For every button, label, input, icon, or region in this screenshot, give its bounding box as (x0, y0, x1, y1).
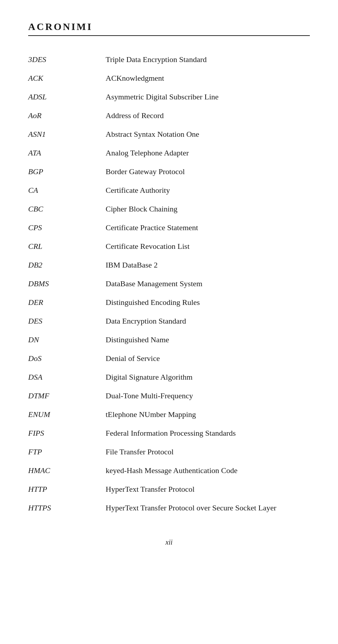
table-row: 3DESTriple Data Encryption Standard (28, 50, 310, 69)
acronym-definition: tElephone NUmber Mapping (106, 405, 310, 424)
page-title: ACRONIMI (28, 21, 310, 32)
acronym-definition: Address of Record (106, 106, 310, 125)
acronym-abbr: DBMS (28, 274, 106, 293)
acronym-definition: HyperText Transfer Protocol over Secure … (106, 498, 310, 517)
acronym-definition: Dual-Tone Multi-Frequency (106, 386, 310, 405)
acronym-definition: Analog Telephone Adapter (106, 143, 310, 162)
acronym-definition: Certificate Authority (106, 181, 310, 200)
acronym-abbr: HTTPS (28, 498, 106, 517)
acronym-definition: Abstract Syntax Notation One (106, 125, 310, 143)
table-row: DNDistinguished Name (28, 330, 310, 349)
table-row: ATAAnalog Telephone Adapter (28, 143, 310, 162)
acronym-abbr: DoS (28, 349, 106, 368)
acronym-definition: Border Gateway Protocol (106, 162, 310, 181)
acronym-definition: Asymmetric Digital Subscriber Line (106, 87, 310, 106)
table-row: ADSLAsymmetric Digital Subscriber Line (28, 87, 310, 106)
acronym-definition: Digital Signature Algorithm (106, 368, 310, 386)
table-row: CRLCertificate Revocation List (28, 237, 310, 256)
acronym-abbr: FIPS (28, 424, 106, 442)
acronym-abbr: DTMF (28, 386, 106, 405)
table-row: DoSDenial of Service (28, 349, 310, 368)
acronym-abbr: HMAC (28, 461, 106, 480)
acronym-abbr: ACK (28, 69, 106, 87)
acronym-abbr: 3DES (28, 50, 106, 69)
table-row: CBCCipher Block Chaining (28, 200, 310, 218)
acronym-abbr: CBC (28, 200, 106, 218)
acronym-definition: Certificate Revocation List (106, 237, 310, 256)
acronym-definition: Data Encryption Standard (106, 312, 310, 330)
table-row: CACertificate Authority (28, 181, 310, 200)
acronym-abbr: BGP (28, 162, 106, 181)
table-row: ENUMtElephone NUmber Mapping (28, 405, 310, 424)
table-row: DBMSDataBase Management System (28, 274, 310, 293)
page-number: xii (28, 538, 310, 546)
acronym-definition: DataBase Management System (106, 274, 310, 293)
table-row: ASN1Abstract Syntax Notation One (28, 125, 310, 143)
acronym-definition: ACKnowledgment (106, 69, 310, 87)
acronym-table: 3DESTriple Data Encryption StandardACKAC… (28, 50, 310, 517)
table-row: HMACkeyed-Hash Message Authentication Co… (28, 461, 310, 480)
acronym-abbr: DN (28, 330, 106, 349)
acronym-abbr: CPS (28, 218, 106, 237)
table-row: FIPSFederal Information Processing Stand… (28, 424, 310, 442)
table-row: HTTPHyperText Transfer Protocol (28, 480, 310, 498)
table-row: DTMFDual-Tone Multi-Frequency (28, 386, 310, 405)
table-row: DERDistinguished Encoding Rules (28, 293, 310, 312)
table-row: DSADigital Signature Algorithm (28, 368, 310, 386)
acronym-abbr: ADSL (28, 87, 106, 106)
acronym-definition: IBM DataBase 2 (106, 256, 310, 274)
acronym-abbr: ENUM (28, 405, 106, 424)
table-row: HTTPSHyperText Transfer Protocol over Se… (28, 498, 310, 517)
acronym-definition: Distinguished Name (106, 330, 310, 349)
acronym-definition: Denial of Service (106, 349, 310, 368)
acronym-abbr: DES (28, 312, 106, 330)
table-row: BGPBorder Gateway Protocol (28, 162, 310, 181)
acronym-definition: Cipher Block Chaining (106, 200, 310, 218)
acronym-abbr: ASN1 (28, 125, 106, 143)
acronym-abbr: CA (28, 181, 106, 200)
acronym-abbr: ATA (28, 143, 106, 162)
acronym-abbr: DER (28, 293, 106, 312)
title-divider (28, 35, 310, 36)
acronym-abbr: HTTP (28, 480, 106, 498)
acronym-definition: File Transfer Protocol (106, 442, 310, 461)
table-row: CPSCertificate Practice Statement (28, 218, 310, 237)
acronym-abbr: CRL (28, 237, 106, 256)
acronym-abbr: FTP (28, 442, 106, 461)
table-row: DB2IBM DataBase 2 (28, 256, 310, 274)
acronym-definition: keyed-Hash Message Authentication Code (106, 461, 310, 480)
acronym-definition: Federal Information Processing Standards (106, 424, 310, 442)
acronym-definition: Distinguished Encoding Rules (106, 293, 310, 312)
acronym-definition: HyperText Transfer Protocol (106, 480, 310, 498)
acronym-abbr: AoR (28, 106, 106, 125)
table-row: AoRAddress of Record (28, 106, 310, 125)
acronym-definition: Triple Data Encryption Standard (106, 50, 310, 69)
table-row: ACKACKnowledgment (28, 69, 310, 87)
acronym-definition: Certificate Practice Statement (106, 218, 310, 237)
acronym-abbr: DSA (28, 368, 106, 386)
table-row: DESData Encryption Standard (28, 312, 310, 330)
acronym-abbr: DB2 (28, 256, 106, 274)
table-row: FTPFile Transfer Protocol (28, 442, 310, 461)
